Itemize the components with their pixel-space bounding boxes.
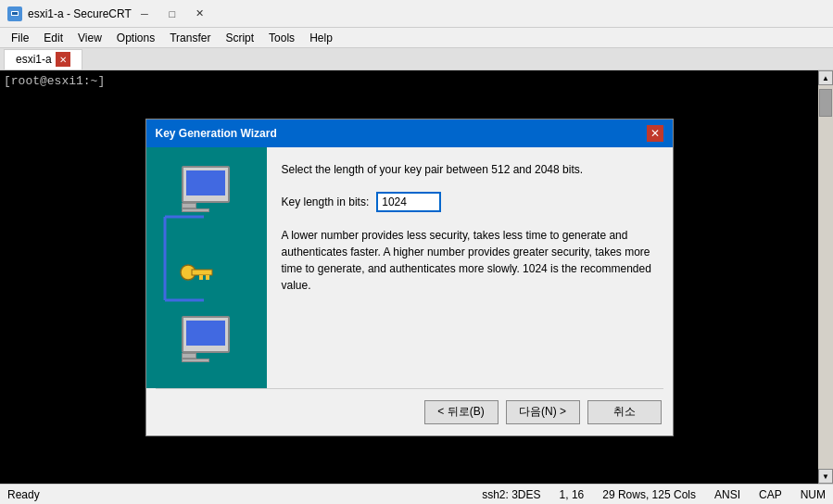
menu-item-tools[interactable]: Tools	[261, 30, 302, 46]
dialog-title-bar: Key Generation Wizard ✕	[146, 120, 673, 147]
scroll-thumb[interactable]	[819, 89, 832, 117]
dialog-instruction: Select the length of your key pair betwe…	[282, 162, 658, 178]
menu-item-file[interactable]: File	[4, 30, 36, 46]
menu-item-options[interactable]: Options	[109, 30, 162, 46]
menu-item-help[interactable]: Help	[302, 30, 340, 46]
dialog-buttons: < 뒤로(B) 다음(N) > 취소	[146, 389, 673, 435]
status-position: 1, 16	[560, 488, 585, 501]
scroll-track	[818, 85, 833, 469]
status-info: ssh2: 3DES 1, 16 29 Rows, 125 Cols ANSI …	[482, 488, 826, 501]
cancel-button[interactable]: 취소	[587, 400, 662, 424]
window-controls: ─ □ ✕	[132, 5, 213, 23]
minimize-button[interactable]: ─	[132, 5, 158, 23]
status-encoding: ANSI	[714, 488, 740, 501]
next-button[interactable]: 다음(N) >	[506, 400, 580, 424]
terminal-scrollbar[interactable]: ▲ ▼	[818, 70, 833, 484]
back-button[interactable]: < 뒤로(B)	[424, 400, 499, 424]
active-tab[interactable]: esxi1-a ✕	[4, 49, 82, 69]
connection-illustration	[146, 147, 267, 360]
window-title: esxi1-a - SecureCRT	[28, 7, 132, 20]
menu-item-edit[interactable]: Edit	[36, 30, 70, 46]
key-length-row: Key length in bits:	[282, 192, 658, 212]
close-button[interactable]: ✕	[187, 5, 213, 23]
scroll-up-arrow[interactable]: ▲	[818, 70, 833, 85]
scroll-down-arrow[interactable]: ▼	[818, 469, 833, 484]
svg-rect-7	[192, 270, 212, 275]
tab-close-button[interactable]: ✕	[56, 52, 70, 67]
key-length-input[interactable]	[376, 192, 441, 212]
tab-label: esxi1-a	[16, 53, 52, 66]
status-bar: Ready ssh2: 3DES 1, 16 29 Rows, 125 Cols…	[0, 484, 833, 504]
status-num: NUM	[801, 488, 826, 501]
dialog-illustration	[146, 147, 267, 388]
status-dimensions: 29 Rows, 125 Cols	[602, 488, 696, 501]
menu-item-view[interactable]: View	[70, 30, 109, 46]
menu-bar: FileEditViewOptionsTransferScriptToolsHe…	[0, 28, 833, 48]
svg-rect-8	[206, 275, 209, 280]
status-caps: CAP	[759, 488, 782, 501]
svg-rect-9	[199, 275, 203, 280]
dialog-description: A lower number provides less security, t…	[282, 227, 658, 294]
terminal-prompt: [root@esxi1:~]	[4, 74, 105, 88]
key-generation-dialog: Key Generation Wizard ✕	[145, 119, 674, 436]
menu-item-transfer[interactable]: Transfer	[162, 30, 218, 46]
maximize-button[interactable]: □	[159, 5, 185, 23]
status-ready: Ready	[7, 488, 482, 501]
menu-item-script[interactable]: Script	[218, 30, 261, 46]
app-icon	[7, 6, 22, 21]
svg-rect-2	[12, 12, 18, 15]
dialog-close-button[interactable]: ✕	[647, 125, 663, 142]
status-protocol: ssh2: 3DES	[482, 488, 540, 501]
dialog-body: Select the length of your key pair betwe…	[146, 147, 673, 388]
key-length-label: Key length in bits:	[282, 195, 370, 208]
dialog-title: Key Generation Wizard	[156, 127, 277, 140]
title-bar: esxi1-a - SecureCRT ─ □ ✕	[0, 0, 833, 28]
tab-bar: esxi1-a ✕	[0, 48, 833, 70]
dialog-content: Select the length of your key pair betwe…	[267, 147, 673, 388]
